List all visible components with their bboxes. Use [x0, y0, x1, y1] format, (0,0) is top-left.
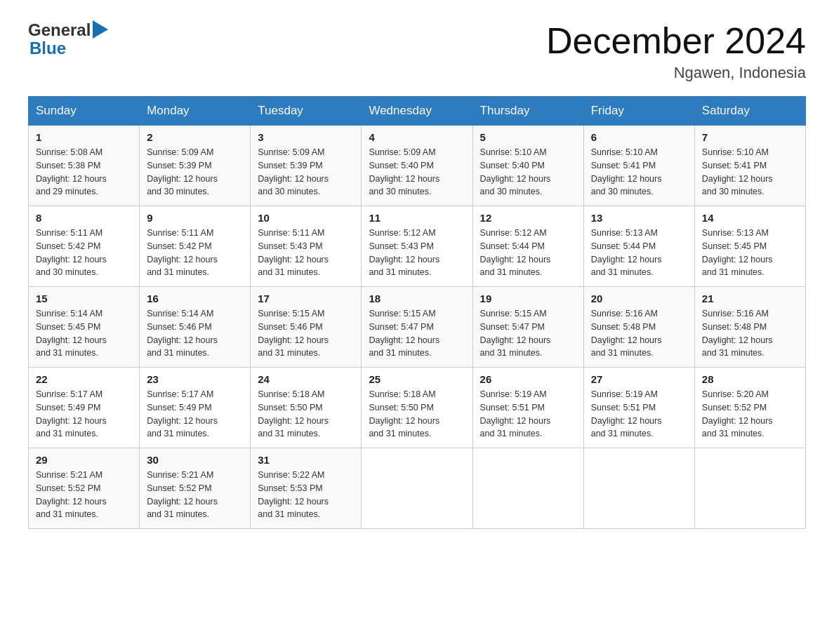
calendar-cell: 17 Sunrise: 5:15 AM Sunset: 5:46 PM Dayl… — [251, 287, 362, 368]
logo-triangle-icon — [93, 20, 108, 39]
day-info: Sunrise: 5:16 AM Sunset: 5:48 PM Dayligh… — [702, 307, 798, 360]
day-number: 16 — [147, 293, 243, 304]
calendar-cell: 22 Sunrise: 5:17 AM Sunset: 5:49 PM Dayl… — [29, 368, 140, 448]
calendar-cell: 13 Sunrise: 5:13 AM Sunset: 5:44 PM Dayl… — [583, 206, 694, 287]
calendar-cell — [694, 448, 805, 529]
calendar-cell: 23 Sunrise: 5:17 AM Sunset: 5:49 PM Dayl… — [140, 368, 251, 448]
calendar-week-row: 8 Sunrise: 5:11 AM Sunset: 5:42 PM Dayli… — [29, 206, 806, 287]
calendar-table: SundayMondayTuesdayWednesdayThursdayFrid… — [28, 96, 806, 529]
calendar-cell: 11 Sunrise: 5:12 AM Sunset: 5:43 PM Dayl… — [362, 206, 472, 287]
day-number: 18 — [369, 293, 465, 304]
calendar-cell: 25 Sunrise: 5:18 AM Sunset: 5:50 PM Dayl… — [362, 368, 472, 448]
calendar-cell: 7 Sunrise: 5:10 AM Sunset: 5:41 PM Dayli… — [694, 126, 805, 206]
calendar-cell: 29 Sunrise: 5:21 AM Sunset: 5:52 PM Dayl… — [29, 448, 140, 529]
calendar-header-row: SundayMondayTuesdayWednesdayThursdayFrid… — [29, 97, 806, 126]
calendar-cell: 27 Sunrise: 5:19 AM Sunset: 5:51 PM Dayl… — [583, 368, 694, 448]
day-number: 10 — [258, 212, 354, 224]
day-number: 5 — [480, 131, 576, 143]
header-tuesday: Tuesday — [251, 97, 362, 126]
page-header: General Blue December 2024 Ngawen, Indon… — [28, 21, 806, 82]
day-info: Sunrise: 5:15 AM Sunset: 5:47 PM Dayligh… — [369, 307, 465, 360]
day-info: Sunrise: 5:18 AM Sunset: 5:50 PM Dayligh… — [258, 388, 354, 441]
day-info: Sunrise: 5:17 AM Sunset: 5:49 PM Dayligh… — [36, 388, 132, 441]
day-number: 1 — [36, 131, 132, 143]
day-number: 14 — [702, 212, 798, 224]
day-info: Sunrise: 5:09 AM Sunset: 5:39 PM Dayligh… — [258, 146, 354, 199]
day-info: Sunrise: 5:10 AM Sunset: 5:40 PM Dayligh… — [480, 146, 576, 199]
day-number: 28 — [702, 373, 798, 385]
day-number: 31 — [258, 454, 354, 466]
day-info: Sunrise: 5:19 AM Sunset: 5:51 PM Dayligh… — [480, 388, 576, 441]
day-number: 2 — [147, 131, 243, 143]
calendar-cell: 31 Sunrise: 5:22 AM Sunset: 5:53 PM Dayl… — [251, 448, 362, 529]
location-title: Ngawen, Indonesia — [546, 64, 806, 82]
day-info: Sunrise: 5:11 AM Sunset: 5:42 PM Dayligh… — [147, 227, 243, 279]
calendar-cell: 24 Sunrise: 5:18 AM Sunset: 5:50 PM Dayl… — [251, 368, 362, 448]
calendar-cell: 26 Sunrise: 5:19 AM Sunset: 5:51 PM Dayl… — [472, 368, 583, 448]
day-number: 13 — [591, 212, 687, 224]
calendar-cell: 1 Sunrise: 5:08 AM Sunset: 5:38 PM Dayli… — [29, 126, 140, 206]
logo-general-text: General — [28, 21, 91, 39]
day-number: 12 — [480, 212, 576, 224]
day-info: Sunrise: 5:20 AM Sunset: 5:52 PM Dayligh… — [702, 388, 798, 441]
calendar-cell: 2 Sunrise: 5:09 AM Sunset: 5:39 PM Dayli… — [140, 126, 251, 206]
day-number: 15 — [36, 293, 132, 304]
day-info: Sunrise: 5:17 AM Sunset: 5:49 PM Dayligh… — [147, 388, 243, 441]
calendar-cell: 19 Sunrise: 5:15 AM Sunset: 5:47 PM Dayl… — [472, 287, 583, 368]
day-info: Sunrise: 5:13 AM Sunset: 5:45 PM Dayligh… — [702, 227, 798, 279]
month-title: December 2024 — [546, 21, 806, 61]
calendar-cell: 18 Sunrise: 5:15 AM Sunset: 5:47 PM Dayl… — [362, 287, 472, 368]
day-number: 20 — [591, 293, 687, 304]
day-number: 9 — [147, 212, 243, 224]
day-info: Sunrise: 5:11 AM Sunset: 5:42 PM Dayligh… — [36, 227, 132, 279]
day-info: Sunrise: 5:16 AM Sunset: 5:48 PM Dayligh… — [591, 307, 687, 360]
calendar-cell: 8 Sunrise: 5:11 AM Sunset: 5:42 PM Dayli… — [29, 206, 140, 287]
calendar-week-row: 1 Sunrise: 5:08 AM Sunset: 5:38 PM Dayli… — [29, 126, 806, 206]
day-number: 11 — [369, 212, 465, 224]
day-number: 30 — [147, 454, 243, 466]
calendar-cell: 16 Sunrise: 5:14 AM Sunset: 5:46 PM Dayl… — [140, 287, 251, 368]
day-info: Sunrise: 5:10 AM Sunset: 5:41 PM Dayligh… — [591, 146, 687, 199]
day-number: 29 — [36, 454, 132, 466]
day-info: Sunrise: 5:12 AM Sunset: 5:44 PM Dayligh… — [480, 227, 576, 279]
day-info: Sunrise: 5:14 AM Sunset: 5:45 PM Dayligh… — [36, 307, 132, 360]
calendar-cell: 20 Sunrise: 5:16 AM Sunset: 5:48 PM Dayl… — [583, 287, 694, 368]
day-number: 6 — [591, 131, 687, 143]
day-info: Sunrise: 5:19 AM Sunset: 5:51 PM Dayligh… — [591, 388, 687, 441]
day-info: Sunrise: 5:09 AM Sunset: 5:39 PM Dayligh… — [147, 146, 243, 199]
day-info: Sunrise: 5:21 AM Sunset: 5:52 PM Dayligh… — [36, 469, 132, 521]
day-info: Sunrise: 5:12 AM Sunset: 5:43 PM Dayligh… — [369, 227, 465, 279]
calendar-cell: 14 Sunrise: 5:13 AM Sunset: 5:45 PM Dayl… — [694, 206, 805, 287]
day-number: 7 — [702, 131, 798, 143]
day-info: Sunrise: 5:11 AM Sunset: 5:43 PM Dayligh… — [258, 227, 354, 279]
calendar-cell: 28 Sunrise: 5:20 AM Sunset: 5:52 PM Dayl… — [694, 368, 805, 448]
header-wednesday: Wednesday — [362, 97, 472, 126]
day-info: Sunrise: 5:13 AM Sunset: 5:44 PM Dayligh… — [591, 227, 687, 279]
day-info: Sunrise: 5:22 AM Sunset: 5:53 PM Dayligh… — [258, 469, 354, 521]
calendar-cell: 6 Sunrise: 5:10 AM Sunset: 5:41 PM Dayli… — [583, 126, 694, 206]
day-number: 23 — [147, 373, 243, 385]
calendar-cell: 15 Sunrise: 5:14 AM Sunset: 5:45 PM Dayl… — [29, 287, 140, 368]
day-info: Sunrise: 5:18 AM Sunset: 5:50 PM Dayligh… — [369, 388, 465, 441]
calendar-week-row: 15 Sunrise: 5:14 AM Sunset: 5:45 PM Dayl… — [29, 287, 806, 368]
calendar-cell — [472, 448, 583, 529]
day-number: 25 — [369, 373, 465, 385]
calendar-cell: 10 Sunrise: 5:11 AM Sunset: 5:43 PM Dayl… — [251, 206, 362, 287]
day-info: Sunrise: 5:09 AM Sunset: 5:40 PM Dayligh… — [369, 146, 465, 199]
day-number: 4 — [369, 131, 465, 143]
day-number: 26 — [480, 373, 576, 385]
title-block: December 2024 Ngawen, Indonesia — [546, 21, 806, 82]
calendar-week-row: 22 Sunrise: 5:17 AM Sunset: 5:49 PM Dayl… — [29, 368, 806, 448]
day-number: 24 — [258, 373, 354, 385]
header-saturday: Saturday — [694, 97, 805, 126]
calendar-cell: 12 Sunrise: 5:12 AM Sunset: 5:44 PM Dayl… — [472, 206, 583, 287]
day-number: 27 — [591, 373, 687, 385]
day-info: Sunrise: 5:21 AM Sunset: 5:52 PM Dayligh… — [147, 469, 243, 521]
logo-blue-text: Blue — [29, 39, 66, 58]
day-number: 8 — [36, 212, 132, 224]
header-monday: Monday — [140, 97, 251, 126]
header-sunday: Sunday — [29, 97, 140, 126]
day-number: 3 — [258, 131, 354, 143]
calendar-cell: 30 Sunrise: 5:21 AM Sunset: 5:52 PM Dayl… — [140, 448, 251, 529]
calendar-cell: 5 Sunrise: 5:10 AM Sunset: 5:40 PM Dayli… — [472, 126, 583, 206]
